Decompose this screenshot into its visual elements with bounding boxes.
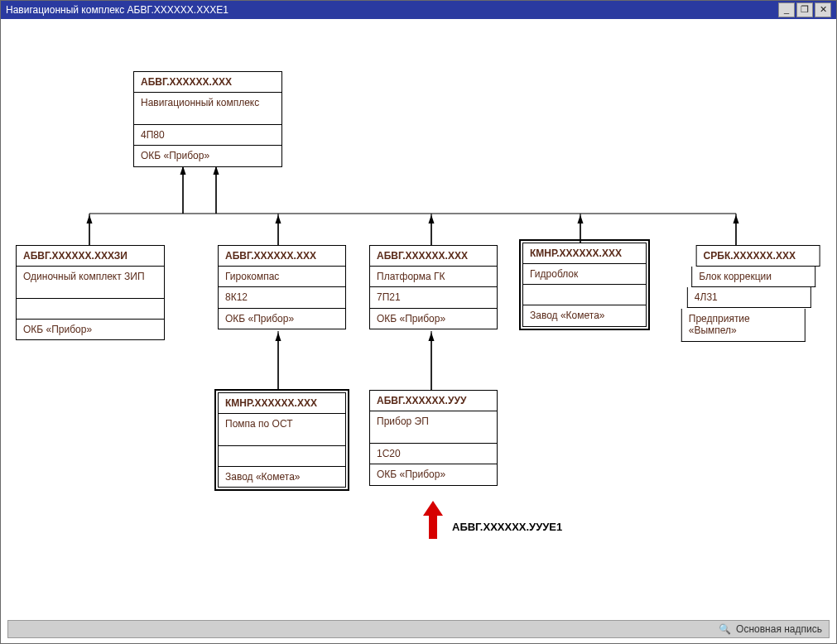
node-org: ОКБ «Прибор» [218,309,346,329]
node-code: АБВГ.ХХХХХХ.ХХХ [369,245,498,267]
minimize-button[interactable]: _ [778,2,795,17]
node-index: 1С20 [369,444,498,464]
node-root[interactable]: АБВГ.ХХХХХХ.ХХХ Навигационный комплекс 4… [133,71,282,167]
svg-marker-19 [423,501,443,539]
node-index: 4Л31 [687,287,811,308]
search-icon: 🔍 [719,623,731,635]
node-org: Завод «Комета» [218,467,346,488]
node-org: Завод «Комета» [522,305,647,326]
node-index [16,299,165,320]
close-button[interactable]: ✕ [815,2,831,17]
node-org: ОКБ «Прибор» [369,309,498,329]
node-code: СРБК.ХХХХХХ.ХХХ [696,245,820,267]
node-org: ОКБ «Прибор» [369,464,498,485]
node-name: Платформа ГК [369,267,498,287]
node-platform[interactable]: АБВГ.ХХХХХХ.ХХХ Платформа ГК 7П21 ОКБ «П… [369,245,498,329]
highlight-arrow-icon [423,501,443,539]
node-name: Гидроблок [522,264,647,285]
node-correction-block[interactable]: СРБК.ХХХХХХ.ХХХ Блок коррекции 4Л31 Пред… [678,245,823,342]
window-buttons: _ ❐ ✕ [778,2,831,17]
node-index [522,285,647,305]
statusbar-label[interactable]: Основная надпись [736,623,822,635]
node-code: КМНР.ХХХХХХ.ХХХ [218,392,346,414]
node-name: Гирокомпас [218,267,346,287]
node-ep-device[interactable]: АБВГ.ХХХХХХ.УУУ Прибор ЭП 1С20 ОКБ «Приб… [369,390,498,486]
statusbar: 🔍 Основная надпись [7,620,830,638]
node-name: Блок коррекции [691,267,815,287]
node-org: ОКБ «Прибор» [133,146,282,166]
node-name: Навигационный комплекс [133,93,282,125]
node-index: 8К12 [218,287,346,308]
node-gyrocompass[interactable]: АБВГ.ХХХХХХ.ХХХ Гирокомпас 8К12 ОКБ «При… [218,245,346,329]
node-code: КМНР.ХХХХХХ.ХХХ [522,243,647,264]
maximize-button[interactable]: ❐ [796,2,813,17]
window-title: Навигационный комплекс АБВГ.ХХХХХХ.ХХХЕ1 [6,4,778,16]
highlight-label: АБВГ.ХХХХХХ.УУУЕ1 [452,521,562,533]
diagram-canvas[interactable]: АБВГ.ХХХХХХ.ХХХ Навигационный комплекс 4… [1,19,836,617]
node-name: Одиночный комплект ЗИП [16,267,165,299]
node-name: Помпа по ОСТ [218,414,346,446]
node-code: АБВГ.ХХХХХХ.ХХХЗИ [16,245,165,267]
node-index [218,446,346,467]
application-window: Навигационный комплекс АБВГ.ХХХХХХ.ХХХЕ1… [0,0,837,644]
node-org: ОКБ «Прибор» [16,320,165,340]
node-index: 7П21 [369,287,498,308]
node-code: АБВГ.ХХХХХХ.ХХХ [133,71,282,93]
node-pump[interactable]: КМНР.ХХХХХХ.ХХХ Помпа по ОСТ Завод «Коме… [218,392,346,488]
titlebar: Навигационный комплекс АБВГ.ХХХХХХ.ХХХЕ1… [1,1,836,19]
node-code: АБВГ.ХХХХХХ.ХХХ [218,245,346,267]
node-index: 4П80 [133,125,282,146]
node-org: Предприятие «Вымпел» [681,309,806,342]
node-zip[interactable]: АБВГ.ХХХХХХ.ХХХЗИ Одиночный комплект ЗИП… [16,245,165,340]
node-name: Прибор ЭП [369,411,498,444]
node-code: АБВГ.ХХХХХХ.УУУ [369,390,498,411]
node-hydroblock[interactable]: КМНР.ХХХХХХ.ХХХ Гидроблок Завод «Комета» [522,243,647,327]
